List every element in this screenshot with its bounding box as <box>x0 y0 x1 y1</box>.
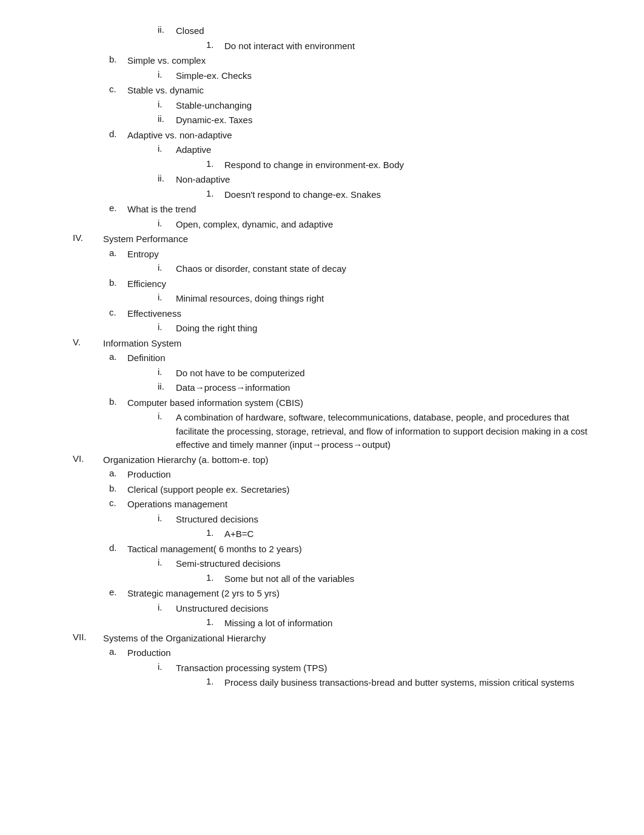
item-operations: c. Operations management <box>109 498 594 512</box>
section-vi: VI. Organization Hierarchy (a. bottom-e.… <box>73 453 594 630</box>
item-dynamic-taxes: ii. Dynamic-ex. Taxes <box>158 113 594 127</box>
num-b-clerical: b. <box>109 483 127 497</box>
text-no-interact: Do not interact with environment <box>224 39 594 53</box>
text-closed: Closed <box>176 24 594 38</box>
item-v: V. Information System <box>73 337 594 351</box>
num-i-adaptive: i. <box>158 143 176 157</box>
text-non-adaptive: Non-adaptive <box>176 173 594 187</box>
item-efficiency: b. Efficiency <box>109 277 594 291</box>
item-vii-production: a. Production <box>109 646 594 660</box>
num-i-efficiency: i. <box>158 292 176 306</box>
num-1-tps: 1. <box>206 676 224 690</box>
num-i-stable: i. <box>158 99 176 113</box>
text-structured-decisions: Structured decisions <box>176 513 594 527</box>
num-a-definition: a. <box>109 351 127 365</box>
item-strategic: e. Strategic management (2 yrs to 5 yrs) <box>109 587 594 601</box>
text-efficiency: Efficiency <box>127 277 594 291</box>
num-vi: VI. <box>73 453 103 467</box>
text-cbis: Computer based information system (CBIS) <box>127 396 594 410</box>
num-i-def: i. <box>158 367 176 380</box>
item-iv: IV. System Performance <box>73 232 594 246</box>
text-vii: Systems of the Organizational Hierarchy <box>103 632 594 646</box>
item-vi: VI. Organization Hierarchy (a. bottom-e.… <box>73 453 594 467</box>
text-unstructured: Unstructured decisions <box>176 602 594 616</box>
section-closed: ii. Closed 1. Do not interact with envir… <box>73 24 594 53</box>
text-effectiveness-def: Doing the right thing <box>176 322 594 336</box>
text-stable-dynamic: Stable vs. dynamic <box>127 84 594 98</box>
text-vi: Organization Hierarchy (a. bottom-e. top… <box>103 453 594 467</box>
text-adaptive: Adaptive vs. non-adaptive <box>127 129 594 143</box>
item-stable-dynamic: c. Stable vs. dynamic <box>109 84 594 98</box>
text-entropy-def: Chaos or disorder, constant state of dec… <box>176 262 594 276</box>
text-adaptive-i: Adaptive <box>176 143 594 157</box>
num-1-adaptive: 1. <box>206 158 224 172</box>
text-non-adaptive-snakes: Doesn't respond to change-ex. Snakes <box>224 188 594 202</box>
item-trend-answer: i. Open, complex, dynamic, and adaptive <box>158 218 594 232</box>
item-entropy-def: i. Chaos or disorder, constant state of … <box>158 262 594 276</box>
item-def-i: i. Do not have to be computerized <box>158 367 594 380</box>
text-vi-production: Production <box>127 468 594 482</box>
num-d-adaptive: d. <box>109 129 127 143</box>
num-ii-non-adaptive: ii. <box>158 173 176 187</box>
document-content: ii. Closed 1. Do not interact with envir… <box>73 24 594 690</box>
text-simple-complex: Simple vs. complex <box>127 54 594 68</box>
text-cbis-def: A combination of hardware, software, tel… <box>176 411 594 452</box>
num-a-entropy: a. <box>109 248 127 262</box>
num-a-vi-production: a. <box>109 468 127 482</box>
item-stable-unchanging: i. Stable-unchanging <box>158 99 594 113</box>
num-ii-closed: ii. <box>158 24 176 38</box>
item-definition: a. Definition <box>109 351 594 365</box>
num-vii: VII. <box>73 632 103 646</box>
item-tactical: d. Tactical management( 6 months to 2 ye… <box>109 543 594 556</box>
item-def-ii: ii. Data→process→information <box>158 381 594 395</box>
item-cbis: b. Computer based information system (CB… <box>109 396 594 410</box>
text-entropy: Entropy <box>127 248 594 262</box>
item-no-interact: 1. Do not interact with environment <box>206 39 594 53</box>
num-i-unstructured: i. <box>158 602 176 616</box>
text-trend-answer: Open, complex, dynamic, and adaptive <box>176 218 594 232</box>
num-1-missing: 1. <box>206 617 224 630</box>
num-i-simple: i. <box>158 69 176 83</box>
text-tactical: Tactical management( 6 months to 2 years… <box>127 543 594 556</box>
section-vii: VII. Systems of the Organizational Hiera… <box>73 632 594 690</box>
text-iv: System Performance <box>103 232 594 246</box>
item-adaptive-body: 1. Respond to change in environment-ex. … <box>206 158 594 172</box>
num-1-closed: 1. <box>206 39 224 53</box>
num-d-tactical: d. <box>109 543 127 556</box>
section-simple-complex: b. Simple vs. complex i. Simple-ex. Chec… <box>73 54 594 83</box>
text-efficiency-def: Minimal resources, doing things right <box>176 292 594 306</box>
item-effectiveness: c. Effectiveness <box>109 307 594 321</box>
num-1-abc: 1. <box>206 527 224 541</box>
num-1-some: 1. <box>206 572 224 586</box>
item-simple-complex: b. Simple vs. complex <box>109 54 594 68</box>
num-i-tps: i. <box>158 661 176 675</box>
num-a-vii-production: a. <box>109 646 127 660</box>
num-ii-dynamic: ii. <box>158 113 176 127</box>
item-tps: i. Transaction processing system (TPS) <box>158 661 594 675</box>
text-operations: Operations management <box>127 498 594 512</box>
num-b-simple: b. <box>109 54 127 68</box>
num-i-cbis: i. <box>158 411 176 452</box>
item-aplusbequalsc: 1. A+B=C <box>206 527 594 541</box>
item-trend: e. What is the trend <box>109 203 594 217</box>
num-v: V. <box>73 337 103 351</box>
section-adaptive: d. Adaptive vs. non-adaptive i. Adaptive… <box>73 129 594 202</box>
num-i-semi: i. <box>158 557 176 571</box>
item-vi-production: a. Production <box>109 468 594 482</box>
num-e-trend: e. <box>109 203 127 217</box>
num-b-cbis: b. <box>109 396 127 410</box>
text-effectiveness: Effectiveness <box>127 307 594 321</box>
num-i-structured: i. <box>158 513 176 527</box>
item-semi-structured: i. Semi-structured decisions <box>158 557 594 571</box>
text-tps: Transaction processing system (TPS) <box>176 661 594 675</box>
num-i-effectiveness: i. <box>158 322 176 336</box>
num-i-entropy: i. <box>158 262 176 276</box>
item-non-adaptive-snakes: 1. Doesn't respond to change-ex. Snakes <box>206 188 594 202</box>
text-def-ii: Data→process→information <box>176 381 594 395</box>
item-entropy: a. Entropy <box>109 248 594 262</box>
item-structured-decisions: i. Structured decisions <box>158 513 594 527</box>
section-stable-dynamic: c. Stable vs. dynamic i. Stable-unchangi… <box>73 84 594 127</box>
item-adaptive-i: i. Adaptive <box>158 143 594 157</box>
section-iv: IV. System Performance a. Entropy i. Cha… <box>73 232 594 336</box>
text-vii-production: Production <box>127 646 594 660</box>
